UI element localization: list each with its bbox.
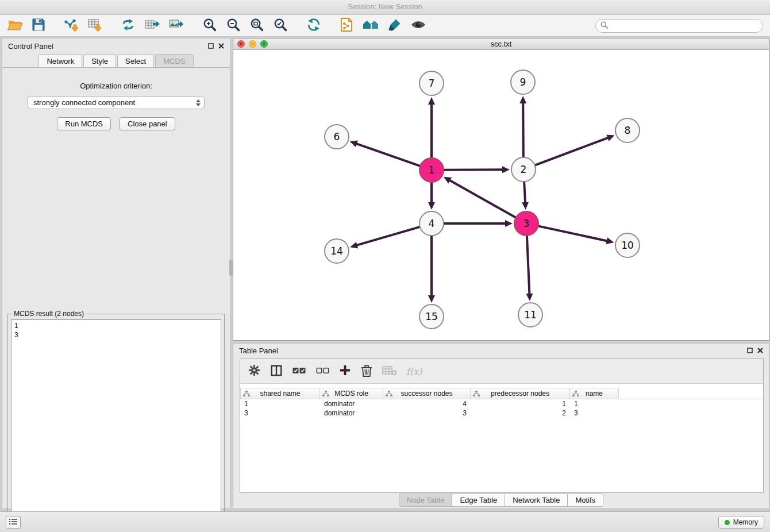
table-cell[interactable]: 3 [383, 408, 471, 418]
export-image-button[interactable] [168, 17, 184, 35]
task-history-button[interactable] [6, 516, 21, 529]
result-item[interactable]: 1 [14, 321, 218, 330]
search-input[interactable] [611, 22, 758, 30]
optimization-criterion-label: Optimization criterion: [2, 82, 230, 90]
graph-edge-arrowhead [350, 141, 358, 147]
table-cell[interactable]: 3 [570, 408, 619, 418]
table-row[interactable]: 3dominator323 [240, 408, 763, 418]
export-table-button[interactable] [144, 17, 160, 35]
style-button[interactable] [387, 17, 402, 35]
table-cell[interactable]: dominator [320, 399, 383, 408]
show-columns-button[interactable] [270, 362, 283, 380]
import-network-button[interactable] [63, 17, 79, 35]
window-zoom-button[interactable]: + [260, 40, 268, 48]
tab-network[interactable]: Network [38, 54, 82, 67]
network-window-title: scc.txt [491, 40, 512, 48]
title-bar[interactable]: Session: New Session [0, 0, 770, 14]
float-panel-button[interactable] [208, 42, 214, 51]
window-close-button[interactable]: × [237, 40, 245, 48]
tab-motifs[interactable]: Motifs [567, 494, 603, 507]
window-title: Session: New Session [348, 2, 422, 11]
graph-node-label-15: 15 [425, 311, 438, 322]
graph-edge-2-3[interactable] [524, 182, 525, 202]
close-table-panel-button[interactable] [757, 346, 763, 355]
column-header-shared-name[interactable]: shared name [240, 388, 320, 399]
export-network-icon [121, 17, 136, 34]
table-cell[interactable]: 1 [240, 399, 320, 408]
eye-icon [410, 19, 426, 32]
function-builder-button[interactable]: f(x) [406, 362, 422, 380]
graph-edge-arrowhead [428, 202, 435, 210]
tab-style[interactable]: Style [83, 54, 116, 67]
zoom-out-button[interactable] [225, 17, 241, 35]
tab-mcds[interactable]: MCDS [155, 54, 193, 67]
column-header-successor-nodes[interactable]: successor nodes [383, 388, 471, 399]
tab-node-table[interactable]: Node Table [399, 494, 453, 507]
refresh-icon [306, 17, 321, 34]
refresh-button[interactable] [306, 17, 322, 35]
select-all-button[interactable] [291, 362, 307, 380]
graph-edge-3-11[interactable] [527, 236, 529, 294]
status-bar: Memory [0, 511, 770, 532]
search-icon [600, 21, 608, 31]
close-panel-button[interactable] [218, 42, 224, 51]
graph-node-label-1: 1 [429, 164, 435, 176]
mcds-result-fieldset: MCDS result (2 nodes) 13 [7, 314, 225, 532]
search-box[interactable] [595, 19, 763, 33]
deselect-all-icon [315, 365, 330, 377]
deselect-all-button[interactable] [315, 362, 330, 380]
mcds-result-list[interactable]: 13 [11, 319, 221, 530]
float-table-panel-button[interactable] [747, 346, 753, 355]
save-icon [32, 18, 45, 33]
tab-select[interactable]: Select [117, 54, 154, 67]
column-header-predecessor-nodes[interactable]: predecessor nodes [471, 388, 570, 399]
table-cell[interactable]: 1 [570, 399, 619, 408]
copy-view-button[interactable] [339, 17, 354, 35]
graph-edge-1-6[interactable] [357, 144, 419, 165]
graph-edge-1-2[interactable] [444, 169, 502, 170]
graph-edge-4-14[interactable] [357, 227, 419, 245]
zoom-selected-button[interactable] [272, 17, 288, 35]
network-graph[interactable]: 7968124314101511 [233, 50, 769, 340]
add-column-button[interactable] [338, 362, 352, 380]
table-cell[interactable]: 1 [471, 399, 570, 408]
open-file-button[interactable] [7, 17, 24, 35]
table-cell[interactable]: 3 [240, 408, 320, 418]
memory-button[interactable]: Memory [718, 516, 764, 529]
overview-button[interactable] [361, 17, 380, 35]
column-header-mcds-role[interactable]: MCDS role [320, 388, 383, 399]
network-window-titlebar[interactable]: × − + scc.txt [233, 38, 769, 50]
table-header-row: shared nameMCDS rolesuccessor nodesprede… [240, 388, 763, 399]
delete-table-icon [382, 365, 397, 378]
export-network-button[interactable] [120, 17, 136, 35]
run-mcds-button[interactable]: Run MCDS [57, 117, 111, 130]
save-session-button[interactable] [31, 17, 46, 35]
graph-edge-3-10[interactable] [539, 226, 607, 241]
graph-node-label-8: 8 [625, 125, 631, 136]
graph-edge-2-9[interactable] [523, 103, 523, 157]
delete-table-button[interactable] [382, 362, 398, 380]
tab-network-table[interactable]: Network Table [505, 494, 568, 507]
table-cell[interactable]: 4 [383, 399, 471, 408]
zoom-in-button[interactable] [202, 17, 218, 35]
visibility-button[interactable] [410, 17, 427, 35]
column-type-icon [386, 391, 392, 399]
graph-edge-2-8[interactable] [536, 138, 608, 165]
graph-node-label-7: 7 [429, 78, 435, 89]
column-header-label: name [586, 390, 603, 398]
result-item[interactable]: 3 [14, 330, 218, 340]
optimization-criterion-select[interactable]: strongly connected component [28, 96, 205, 109]
table-row[interactable]: 1dominator411 [240, 399, 763, 408]
delete-column-button[interactable] [360, 362, 374, 380]
import-table-button[interactable] [87, 17, 103, 35]
window-minimize-button[interactable]: − [249, 40, 256, 48]
tab-edge-table[interactable]: Edge Table [452, 494, 505, 507]
close-mcds-panel-button[interactable]: Close panel [120, 117, 175, 130]
table-cell[interactable]: dominator [320, 408, 383, 418]
graph-edge-3-1[interactable] [450, 180, 515, 217]
table-settings-button[interactable] [247, 362, 261, 380]
zoom-fit-button[interactable] [249, 17, 265, 35]
table-cell[interactable]: 2 [471, 408, 570, 418]
graph-node-label-2: 2 [521, 164, 527, 175]
column-header-name[interactable]: name [570, 388, 619, 399]
